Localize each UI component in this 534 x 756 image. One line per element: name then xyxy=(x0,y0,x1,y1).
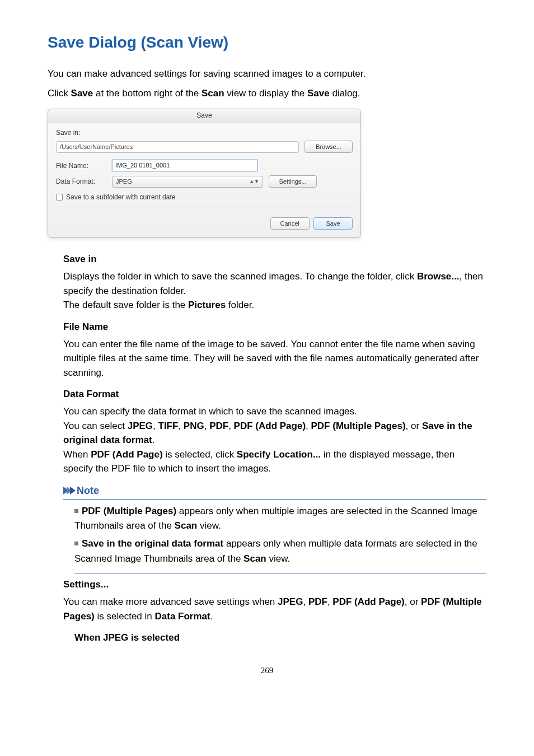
file-name-input[interactable]: IMG_20 0101_0001 xyxy=(112,160,257,171)
file-name-label: File Name: xyxy=(56,162,112,170)
data-format-label: Data Format: xyxy=(56,178,112,185)
data-format-select[interactable]: JPEG ▲▼ xyxy=(112,176,263,188)
page-title: Save Dialog (Scan View) xyxy=(48,34,486,52)
term-data-format: Data Format xyxy=(63,389,486,400)
page-number: 269 xyxy=(48,666,486,675)
desc-save-in: Displays the folder in which to save the… xyxy=(63,269,486,312)
subfolder-checkbox[interactable] xyxy=(56,194,63,200)
save-in-path-field[interactable]: /Users/UserName/Pictures xyxy=(56,141,299,153)
subfolder-checkbox-label: Save to a subfolder with current date xyxy=(66,193,175,201)
bullet-icon xyxy=(74,509,78,513)
bullet-icon xyxy=(74,542,78,545)
subterm-when-jpeg: When JPEG is selected xyxy=(74,632,486,643)
note-label: Note xyxy=(77,485,99,497)
note-body: PDF (Multiple Pages) appears only when m… xyxy=(74,504,486,573)
term-settings: Settings... xyxy=(63,579,486,590)
term-file-name: File Name xyxy=(63,321,486,333)
cancel-button[interactable]: Cancel xyxy=(270,217,310,230)
dialog-title: Save xyxy=(48,109,360,123)
intro-line-1: You can make advanced settings for savin… xyxy=(48,67,486,81)
chevron-updown-icon: ▲▼ xyxy=(249,176,259,187)
desc-data-format: You can specify the data format in which… xyxy=(63,404,486,476)
divider xyxy=(56,207,353,207)
save-dialog: Save Save in: /Users/UserName/Pictures B… xyxy=(48,109,361,238)
note-heading: Note xyxy=(63,485,486,500)
intro-line-2: Click Save at the bottom right of the Sc… xyxy=(48,87,486,101)
save-in-label: Save in: xyxy=(56,129,353,137)
term-save-in: Save in xyxy=(63,254,486,265)
desc-settings: You can make more advanced save settings… xyxy=(63,595,486,623)
desc-file-name: You can enter the file name of the image… xyxy=(63,337,486,380)
browse-button[interactable]: Browse... xyxy=(305,141,353,153)
save-button[interactable]: Save xyxy=(313,217,353,230)
note-chevrons-icon xyxy=(63,487,73,494)
settings-button[interactable]: Settings... xyxy=(269,175,317,188)
